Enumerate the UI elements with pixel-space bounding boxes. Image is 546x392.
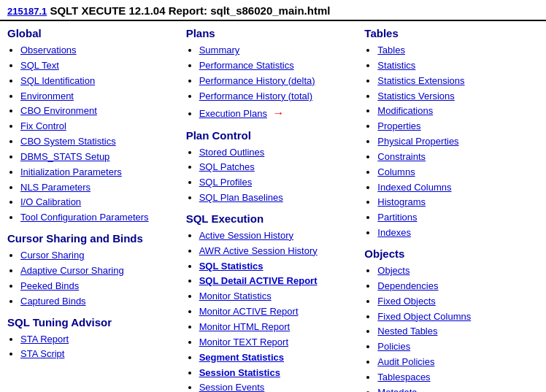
- tables-column: Tables Tables Statistics Statistics Exte…: [360, 27, 539, 392]
- performance-statistics-link[interactable]: Performance Statistics: [199, 60, 294, 71]
- summary-link[interactable]: Summary: [199, 45, 240, 55]
- indexed-columns-link[interactable]: Indexed Columns: [377, 182, 451, 193]
- dbms-stats-setup-link[interactable]: DBMS_STATS Setup: [20, 151, 109, 162]
- objects-link[interactable]: Objects: [377, 265, 410, 276]
- list-item: CBO Environment: [20, 104, 177, 118]
- list-item: Dependencies: [377, 280, 534, 293]
- cbo-system-statistics-link[interactable]: CBO System Statistics: [20, 136, 116, 147]
- list-item: Audit Policies: [377, 356, 534, 369]
- list-item: I/O Calibration: [20, 196, 177, 210]
- sql-profiles-link[interactable]: SQL Profiles: [199, 177, 253, 188]
- dependencies-link[interactable]: Dependencies: [377, 280, 438, 291]
- list-item: Properties: [377, 120, 534, 134]
- list-item: SQL Profiles: [199, 176, 356, 190]
- plans-column: Plans Summary Performance Statistics Per…: [182, 27, 361, 392]
- awr-active-session-link[interactable]: AWR Active Session History: [199, 245, 318, 256]
- session-events-link[interactable]: Session Events: [199, 382, 265, 392]
- list-item: Observations: [20, 44, 177, 58]
- plans-title: Plans: [186, 27, 356, 39]
- statistics-extensions-link[interactable]: Statistics Extensions: [377, 75, 464, 86]
- plans-list: Summary Performance Statistics Performan…: [186, 44, 356, 122]
- sta-script-link[interactable]: STA Script: [20, 348, 64, 359]
- execution-plans-link[interactable]: Execution Plans: [199, 108, 267, 119]
- constraints-link[interactable]: Constraints: [377, 151, 426, 162]
- policies-link[interactable]: Policies: [377, 341, 410, 352]
- tables-link[interactable]: Tables: [377, 45, 405, 55]
- objects-title: Objects: [364, 247, 534, 260]
- list-item: Summary: [199, 44, 356, 58]
- list-item: Tables: [377, 44, 534, 58]
- modifications-link[interactable]: Modifications: [377, 105, 433, 116]
- list-item: SQL Text: [20, 59, 177, 73]
- audit-policies-link[interactable]: Audit Policies: [377, 356, 434, 367]
- fixed-object-columns-link[interactable]: Fixed Object Columns: [377, 311, 471, 322]
- list-item: Metadata: [377, 386, 534, 392]
- main-content: Global Observations SQL Text SQL Identif…: [0, 21, 546, 392]
- tables-list: Tables Statistics Statistics Extensions …: [364, 44, 534, 240]
- properties-link[interactable]: Properties: [377, 120, 420, 131]
- tablespaces-link[interactable]: Tablespaces: [377, 372, 430, 383]
- segment-statistics-link[interactable]: Segment Statistics: [199, 352, 284, 363]
- io-calibration-link[interactable]: I/O Calibration: [20, 196, 81, 207]
- sql-plan-baselines-link[interactable]: SQL Plan Baselines: [199, 192, 283, 203]
- monitor-html-report-link[interactable]: Monitor HTML Report: [199, 321, 291, 332]
- observations-link[interactable]: Observations: [20, 45, 77, 55]
- list-item: Session Statistics: [199, 366, 356, 380]
- sql-patches-link[interactable]: SQL Patches: [199, 161, 255, 172]
- monitor-text-report-link[interactable]: Monitor TEXT Report: [199, 337, 288, 347]
- list-item: SQL Patches: [199, 161, 356, 174]
- cursor-sharing-link[interactable]: Cursor Sharing: [20, 250, 84, 261]
- list-item: Fix Control: [20, 120, 177, 134]
- statistics-versions-link[interactable]: Statistics Versions: [377, 91, 455, 101]
- stored-outlines-link[interactable]: Stored Outlines: [199, 147, 265, 158]
- plan-control-title: Plan Control: [186, 129, 356, 142]
- session-statistics-link[interactable]: Session Statistics: [199, 367, 280, 378]
- environment-link[interactable]: Environment: [20, 91, 74, 101]
- statistics-link[interactable]: Statistics: [377, 60, 415, 71]
- global-column: Global Observations SQL Text SQL Identif…: [7, 27, 182, 392]
- list-item: Objects: [377, 264, 534, 278]
- adaptive-cursor-link[interactable]: Adaptive Cursor Sharing: [20, 265, 124, 276]
- list-item: Tool Configuration Parameters: [20, 211, 177, 225]
- metadata-link[interactable]: Metadata: [377, 387, 417, 392]
- performance-history-delta-link[interactable]: Performance History (delta): [199, 75, 315, 86]
- physical-properties-link[interactable]: Physical Properties: [377, 136, 458, 147]
- list-item: Statistics: [377, 59, 534, 73]
- active-session-history-link[interactable]: Active Session History: [199, 230, 293, 241]
- nls-params-link[interactable]: NLS Parameters: [20, 182, 91, 193]
- page-header: 215187.1 SQLT XECUTE 12.1.04 Report: sql…: [0, 0, 546, 21]
- list-item: Statistics Extensions: [377, 74, 534, 88]
- list-item: Tablespaces: [377, 371, 534, 385]
- list-item: Partitions: [377, 211, 534, 225]
- performance-history-total-link[interactable]: Performance History (total): [199, 91, 312, 101]
- sql-detail-active-link[interactable]: SQL Detail ACTIVE Report: [199, 275, 318, 286]
- list-item: NLS Parameters: [20, 181, 177, 195]
- fix-control-link[interactable]: Fix Control: [20, 120, 66, 131]
- list-item: Fixed Objects: [377, 295, 534, 309]
- nested-tables-link[interactable]: Nested Tables: [377, 326, 437, 337]
- cbo-environment-link[interactable]: CBO Environment: [20, 105, 97, 116]
- init-params-link[interactable]: Initialization Parameters: [20, 166, 122, 177]
- monitor-active-report-link[interactable]: Monitor ACTIVE Report: [199, 306, 299, 317]
- list-item: AWR Active Session History: [199, 245, 356, 258]
- tool-config-link[interactable]: Tool Configuration Parameters: [20, 212, 149, 223]
- list-item: Captured Binds: [20, 295, 177, 309]
- sql-statistics-link[interactable]: SQL Statistics: [199, 261, 264, 272]
- histograms-link[interactable]: Histograms: [377, 196, 426, 207]
- partitions-link[interactable]: Partitions: [377, 212, 417, 223]
- tables-title: Tables: [364, 27, 534, 39]
- list-item: Physical Properties: [377, 135, 534, 149]
- columns-link[interactable]: Columns: [377, 166, 415, 177]
- sql-tuning-list: STA Report STA Script: [7, 333, 177, 362]
- header-link[interactable]: 215187.1: [7, 6, 47, 17]
- indexes-link[interactable]: Indexes: [377, 227, 411, 238]
- sta-report-link[interactable]: STA Report: [20, 334, 69, 345]
- list-item: STA Script: [20, 347, 177, 361]
- fixed-objects-link[interactable]: Fixed Objects: [377, 296, 435, 307]
- sql-identification-link[interactable]: SQL Identification: [20, 75, 95, 86]
- sql-text-link[interactable]: SQL Text: [20, 60, 59, 71]
- monitor-statistics-link[interactable]: Monitor Statistics: [199, 291, 272, 301]
- peeked-binds-link[interactable]: Peeked Binds: [20, 280, 79, 291]
- list-item: DBMS_STATS Setup: [20, 150, 177, 164]
- captured-binds-link[interactable]: Captured Binds: [20, 296, 86, 307]
